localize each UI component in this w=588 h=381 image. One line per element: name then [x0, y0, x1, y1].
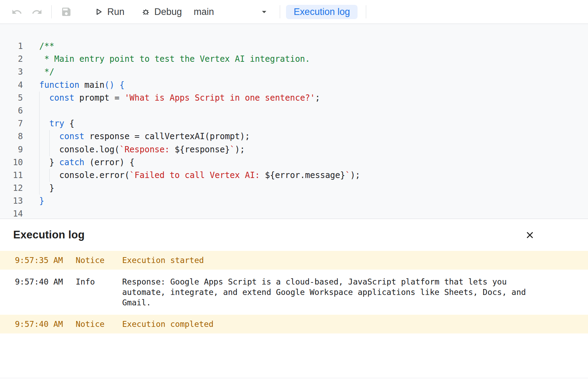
line-number[interactable]: 7 — [0, 117, 23, 130]
code-token: `Failed to call Vertex AI: — [129, 170, 265, 180]
line-content: } — [39, 195, 44, 208]
code-line[interactable]: 8 const response = callVertexAI(prompt); — [0, 130, 588, 143]
code-line[interactable]: 4function main() { — [0, 79, 588, 92]
code-line[interactable]: 2 * Main entry point to test the Vertex … — [0, 53, 588, 66]
line-number[interactable]: 6 — [0, 104, 23, 117]
line-content: const response = callVertexAI(prompt); — [39, 130, 250, 143]
code-token: 'What is Apps Script in one sentence?' — [125, 93, 315, 103]
line-content: */ — [39, 66, 54, 78]
code-token: `Response: — [119, 145, 175, 154]
execution-log-panel: Execution log 9:57:35 AMNoticeExecution … — [0, 219, 588, 381]
indent-guide — [39, 156, 40, 169]
run-label: Run — [107, 7, 125, 17]
code-token: const — [59, 132, 84, 141]
bottom-edge-divider — [0, 378, 588, 378]
log-message: Execution started — [122, 255, 204, 265]
close-button[interactable] — [522, 227, 537, 243]
log-message: Execution completed — [122, 319, 213, 329]
code-token — [39, 93, 49, 103]
save-project-icon — [61, 6, 72, 17]
code-line[interactable]: 6 — [0, 104, 588, 117]
line-content: function main() { — [39, 79, 125, 92]
code-line[interactable]: 1/** — [0, 40, 588, 53]
apps-script-ide: Run Debug main Execution log 1/**2 * Mai… — [0, 0, 588, 381]
undo-button[interactable] — [9, 4, 24, 19]
code-token: main — [79, 80, 104, 90]
code-token: try — [49, 119, 64, 128]
log-row: 9:57:35 AMNoticeExecution started — [0, 251, 588, 270]
code-line[interactable]: 5 const prompt = 'What is Apps Script in… — [0, 92, 588, 104]
execution-log-header: Execution log — [0, 219, 588, 251]
toolbar: Run Debug main Execution log — [0, 0, 588, 24]
indent-guide — [49, 143, 50, 156]
indent-guide — [49, 169, 50, 182]
line-number[interactable]: 3 — [0, 66, 23, 78]
line-number[interactable]: 12 — [0, 182, 23, 195]
code-token: prompt = — [74, 93, 125, 103]
undo-icon — [11, 7, 22, 17]
log-entries: 9:57:35 AMNoticeExecution started9:57:40… — [0, 251, 588, 333]
line-content: console.error(`Failed to call Vertex AI:… — [39, 169, 360, 182]
line-number[interactable]: 4 — [0, 79, 23, 92]
debug-button[interactable]: Debug — [141, 7, 182, 17]
execution-log-button-label: Execution log — [294, 7, 350, 17]
code-token: ); — [350, 170, 360, 180]
code-line[interactable]: 3 */ — [0, 66, 588, 78]
line-number[interactable]: 1 — [0, 40, 23, 53]
save-button[interactable] — [59, 4, 74, 19]
code-line[interactable]: 11 console.error(`Failed to call Vertex … — [0, 169, 588, 182]
code-line[interactable]: 14 — [0, 208, 588, 219]
indent-guide — [39, 117, 40, 130]
indent-guide — [39, 143, 40, 156]
line-number[interactable]: 8 — [0, 130, 23, 143]
code-token: console.error( — [39, 170, 129, 180]
code-line[interactable]: 13} — [0, 195, 588, 208]
debug-label: Debug — [154, 7, 182, 17]
code-token: ${error.message} — [265, 170, 345, 180]
redo-icon — [32, 7, 42, 17]
code-token: } — [39, 158, 59, 167]
code-token: ; — [315, 93, 320, 103]
code-token — [115, 80, 119, 90]
code-token: * Main entry point to test the Vertex AI… — [39, 54, 310, 64]
line-number[interactable]: 9 — [0, 143, 23, 156]
code-token: /** — [39, 41, 54, 51]
code-editor[interactable]: 1/**2 * Main entry point to test the Ver… — [0, 24, 588, 219]
line-number[interactable]: 11 — [0, 169, 23, 182]
code-token: ); — [235, 145, 245, 154]
code-line[interactable]: 7 try { — [0, 117, 588, 130]
indent-guide — [39, 169, 40, 182]
code-token: catch — [59, 158, 84, 167]
line-content: const prompt = 'What is Apps Script in o… — [39, 92, 320, 104]
toolbar-divider — [366, 5, 366, 18]
line-number[interactable]: 13 — [0, 195, 23, 208]
code-token — [39, 119, 49, 128]
code-token: function — [39, 80, 79, 90]
line-number[interactable]: 5 — [0, 92, 23, 104]
line-number[interactable]: 10 — [0, 156, 23, 169]
execution-log-button[interactable]: Execution log — [286, 5, 358, 19]
toolbar-divider — [280, 5, 280, 18]
line-number[interactable]: 2 — [0, 53, 23, 66]
line-number[interactable]: 14 — [0, 208, 23, 219]
chevron-down-icon — [259, 7, 269, 17]
log-level: Notice — [76, 255, 122, 265]
code-token: () — [104, 80, 115, 90]
code-line[interactable]: 10 } catch (error) { — [0, 156, 588, 169]
code-token: } — [39, 183, 54, 193]
log-row: 9:57:40 AMNoticeExecution completed — [0, 315, 588, 333]
redo-button[interactable] — [29, 4, 44, 19]
log-message: Response: Google Apps Script is a cloud-… — [122, 277, 536, 308]
function-selector-value: main — [194, 7, 214, 17]
toolbar-divider — [51, 5, 52, 18]
indent-guide — [39, 130, 40, 143]
line-content: } — [39, 182, 54, 195]
log-level: Notice — [76, 319, 122, 329]
run-button[interactable]: Run — [93, 7, 125, 17]
code-line[interactable]: 9 console.log(`Response: ${response}`); — [0, 143, 588, 156]
code-token: */ — [39, 67, 54, 77]
log-timestamp: 9:57:40 AM — [15, 277, 76, 287]
code-token: ` — [345, 170, 350, 180]
function-selector[interactable]: main — [194, 7, 269, 17]
code-line[interactable]: 12 } — [0, 182, 588, 195]
